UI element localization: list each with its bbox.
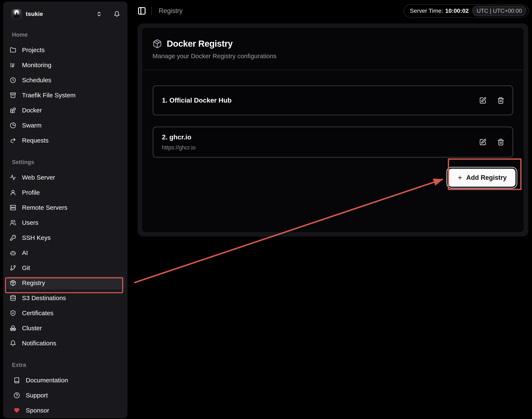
sidebar-item-web-server[interactable]: Web Server bbox=[6, 171, 124, 184]
git-branch-icon bbox=[10, 265, 16, 271]
sidebar-item-schedules[interactable]: Schedules bbox=[6, 74, 124, 87]
sidebar-item-monitoring[interactable]: Monitoring bbox=[6, 59, 124, 72]
docker-registry-card: Docker Registry Manage your Docker Regis… bbox=[142, 28, 524, 232]
sidebar: tsukie Home Projects Monitoring Schedule… bbox=[3, 2, 127, 418]
monitoring-chart-icon bbox=[10, 62, 16, 68]
user-name: tsukie bbox=[26, 11, 43, 17]
page-subtitle: Manage your Docker Registry configuratio… bbox=[152, 52, 513, 60]
server-time-pill: Server Time: 10:00:02 UTC | UTC+00:00 bbox=[404, 4, 529, 18]
sidebar-item-git[interactable]: Git bbox=[6, 262, 124, 274]
help-circle-icon bbox=[14, 392, 20, 398]
main-content: Registry Server Time: 10:00:02 UTC | UTC… bbox=[128, 0, 532, 419]
registry-actions bbox=[479, 97, 504, 104]
sidebar-item-sponsor[interactable]: Sponsor bbox=[6, 404, 124, 417]
sidebar-item-notifications[interactable]: Notifications bbox=[6, 337, 124, 350]
folder-icon bbox=[10, 47, 16, 53]
users-icon bbox=[10, 220, 16, 226]
delete-button[interactable] bbox=[497, 139, 504, 146]
chevrons-up-down-icon[interactable] bbox=[96, 11, 102, 17]
server-icon bbox=[10, 205, 16, 211]
square-pen-icon bbox=[479, 97, 486, 104]
square-pen-icon bbox=[479, 139, 486, 146]
boxes-icon bbox=[10, 325, 16, 331]
registry-list: 1. Official Docker Hub 2. ghcr.io bbox=[152, 85, 513, 158]
registry-url: https://ghcr.io bbox=[162, 144, 196, 151]
blocks-icon bbox=[10, 107, 16, 113]
sidebar-item-ssh-keys[interactable]: SSH Keys bbox=[6, 231, 124, 244]
sidebar-item-support[interactable]: Support bbox=[6, 389, 124, 402]
sidebar-item-remote-servers[interactable]: Remote Servers bbox=[6, 201, 124, 214]
bell-icon[interactable] bbox=[114, 11, 120, 17]
registry-name: 2. ghcr.io bbox=[162, 133, 196, 141]
section-label-extra: Extra bbox=[12, 362, 124, 368]
book-icon bbox=[14, 377, 20, 383]
sidebar-item-ai[interactable]: AI bbox=[6, 246, 124, 259]
breadcrumb: Registry bbox=[159, 7, 183, 15]
sidebar-item-cluster[interactable]: Cluster bbox=[6, 322, 124, 335]
user-menu[interactable]: tsukie bbox=[12, 7, 120, 21]
panel-left-icon[interactable] bbox=[137, 6, 146, 15]
add-registry-row: Add Registry bbox=[152, 169, 513, 187]
plus-icon bbox=[457, 175, 463, 181]
activity-icon bbox=[10, 174, 16, 181]
divider bbox=[142, 70, 524, 70]
package-icon bbox=[10, 280, 16, 286]
archive-icon bbox=[10, 92, 16, 98]
key-icon bbox=[10, 235, 16, 241]
sidebar-item-documentation[interactable]: Documentation bbox=[6, 374, 124, 387]
timezone-badge[interactable]: UTC | UTC+00:00 bbox=[472, 6, 527, 16]
sidebar-item-registry[interactable]: Registry bbox=[6, 276, 124, 289]
redo-arrow-icon bbox=[10, 137, 16, 144]
section-label-home: Home bbox=[12, 32, 124, 38]
registry-actions bbox=[479, 139, 504, 146]
delete-button[interactable] bbox=[497, 97, 504, 104]
sidebar-item-s3-destinations[interactable]: S3 Destinations bbox=[6, 291, 124, 304]
sidebar-item-swarm[interactable]: Swarm bbox=[6, 119, 124, 132]
clock-icon bbox=[10, 77, 16, 83]
pie-chart-icon bbox=[10, 122, 16, 129]
breadcrumb-divider bbox=[151, 6, 152, 15]
registry-info: 1. Official Docker Hub bbox=[162, 96, 232, 104]
avatar bbox=[12, 9, 22, 19]
bot-icon bbox=[10, 250, 16, 256]
page-title: Docker Registry bbox=[167, 39, 233, 49]
card-header: Docker Registry bbox=[152, 39, 513, 49]
registry-info: 2. ghcr.io https://ghcr.io bbox=[162, 133, 196, 151]
sidebar-item-docker[interactable]: Docker bbox=[6, 104, 124, 117]
shield-check-icon bbox=[10, 310, 16, 316]
sidebar-item-certificates[interactable]: Certificates bbox=[6, 307, 124, 320]
database-icon bbox=[10, 295, 16, 301]
sidebar-item-traefik-file-system[interactable]: Traefik File System bbox=[6, 89, 124, 102]
edit-button[interactable] bbox=[479, 97, 486, 104]
sidebar-item-users[interactable]: Users bbox=[6, 216, 124, 229]
package-icon bbox=[152, 39, 162, 49]
add-registry-label: Add Registry bbox=[466, 174, 507, 182]
edit-button[interactable] bbox=[479, 139, 486, 146]
user-icon bbox=[10, 189, 16, 196]
registry-row-docker-hub: 1. Official Docker Hub bbox=[152, 85, 513, 116]
add-registry-button[interactable]: Add Registry bbox=[448, 169, 516, 187]
registry-name: 1. Official Docker Hub bbox=[162, 96, 232, 104]
trash-icon bbox=[497, 139, 504, 146]
sidebar-item-requests[interactable]: Requests bbox=[6, 134, 124, 147]
sidebar-item-projects[interactable]: Projects bbox=[6, 43, 124, 56]
server-time-label: Server Time: bbox=[410, 8, 443, 14]
sidebar-item-profile[interactable]: Profile bbox=[6, 186, 124, 199]
trash-icon bbox=[497, 97, 504, 104]
heart-icon bbox=[14, 407, 20, 414]
topbar: Registry Server Time: 10:00:02 UTC | UTC… bbox=[128, 0, 532, 22]
server-time-value: 10:00:02 bbox=[445, 8, 469, 14]
content-panel: Docker Registry Manage your Docker Regis… bbox=[138, 24, 528, 236]
sidebar-nav: Home Projects Monitoring Schedules Traef… bbox=[4, 32, 127, 417]
section-label-settings: Settings bbox=[12, 159, 124, 166]
bell-icon bbox=[10, 340, 16, 346]
registry-row-ghcr: 2. ghcr.io https://ghcr.io bbox=[152, 126, 513, 158]
